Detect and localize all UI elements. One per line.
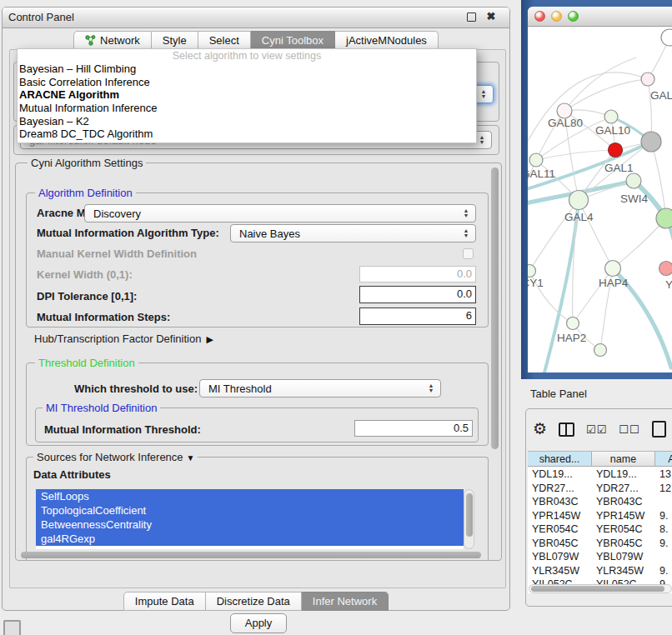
network-window-titlebar[interactable] xyxy=(528,7,672,27)
data-attribute-item-selfloops[interactable]: SelfLoops xyxy=(36,489,464,503)
node-bottom-green[interactable] xyxy=(594,344,607,357)
node-gal11[interactable] xyxy=(529,153,543,167)
node-gal4[interactable] xyxy=(569,191,589,210)
data-attribute-item-topologicalcoefficient[interactable]: TopologicalCoefficient xyxy=(36,503,464,518)
data-attribute-item-betweennesscentrality[interactable]: BetweennessCentrality xyxy=(36,518,464,532)
table-row[interactable]: YBR043CYBR043C xyxy=(528,495,672,509)
float-window-icon[interactable] xyxy=(464,10,478,23)
node-swi4[interactable] xyxy=(626,173,641,188)
table-row[interactable]: YBL079WYBL079W xyxy=(528,550,672,564)
table-cell[interactable]: YBR043C xyxy=(592,495,655,509)
network-canvas[interactable]: GALGAL80GAL10GAL1GAL11SWI4GAL4GCY1HAP4YH… xyxy=(528,26,672,372)
table-cell[interactable]: YDR27... xyxy=(528,482,592,496)
data-attribute-item-gal4rgexp[interactable]: gal4RGexp xyxy=(36,532,464,546)
table-cell[interactable]: 12 xyxy=(655,482,672,496)
split-columns-icon[interactable] xyxy=(559,422,574,437)
node-salmon-right[interactable] xyxy=(659,262,672,276)
column-header-a[interactable]: A xyxy=(655,452,672,467)
column-header-name[interactable]: name xyxy=(592,452,655,467)
sources-group-toggle[interactable]: Sources for Network Inference▼ xyxy=(33,451,198,464)
show-columns-icon[interactable]: ☑☑ xyxy=(586,423,607,436)
control-panel-titlebar[interactable]: Control Panel ✖ xyxy=(3,8,509,28)
kernel-width-field[interactable]: 0.0 xyxy=(359,266,476,282)
column-header-shared[interactable]: shared... xyxy=(528,452,592,467)
tab-cyni-toolbox[interactable]: Cyni Toolbox xyxy=(251,31,335,50)
node-gcy1[interactable] xyxy=(528,265,536,278)
table-cell[interactable]: YPR145W xyxy=(592,509,655,523)
algorithm-option-bayesian-hill-climbing[interactable]: Bayesian – Hill Climbing xyxy=(18,62,476,76)
algorithm-option-bayesian-k2[interactable]: Bayesian – K2 xyxy=(18,115,476,128)
aracne-mode-combo[interactable]: Discovery ▲▼ xyxy=(84,204,476,222)
table-cell[interactable]: YBL079W xyxy=(592,550,655,564)
tab-impute-data[interactable]: Impute Data xyxy=(123,592,206,611)
hub-definition-toggle[interactable]: Hub/Transcription Factor Definition▶ xyxy=(34,332,213,345)
network-edge[interactable] xyxy=(613,218,666,268)
network-edge-strong[interactable] xyxy=(544,200,579,372)
minimized-panel-icon[interactable] xyxy=(3,620,21,635)
table-cell[interactable]: YBR045C xyxy=(592,537,655,551)
table-cell[interactable]: YDL19... xyxy=(592,468,655,482)
table-cell[interactable]: YER054C xyxy=(528,522,592,537)
algorithm-option-basic-correlation-inference[interactable]: Basic Correlation Inference xyxy=(18,76,476,89)
table-cell[interactable]: 8. xyxy=(655,522,672,537)
table-row[interactable]: YBR045CYBR045C9. xyxy=(528,537,672,551)
algorithm-option-dream8-dc-tdc-algorithm[interactable]: Dream8 DC_TDC Algorithm xyxy=(18,128,476,141)
settings-vertical-scrollbar[interactable] xyxy=(489,166,500,551)
table-cell[interactable]: YDL19... xyxy=(528,468,592,482)
new-table-icon[interactable] xyxy=(652,421,666,438)
node-top-right[interactable] xyxy=(661,29,672,46)
gear-icon[interactable]: ⚙ xyxy=(533,421,547,438)
which-threshold-combo[interactable]: MI Threshold ▲▼ xyxy=(199,379,441,398)
table-horizontal-scrollbar[interactable] xyxy=(529,584,672,593)
close-button[interactable] xyxy=(534,11,545,22)
mi-type-combo[interactable]: Naive Bayes ▲▼ xyxy=(230,224,476,242)
tab-infer-network[interactable]: Infer Network xyxy=(302,592,389,611)
minimize-button[interactable] xyxy=(551,11,562,22)
table-cell[interactable]: YER054C xyxy=(592,522,655,537)
table-row[interactable]: YER054CYER054C8. xyxy=(528,522,672,537)
table-row[interactable]: YDL19...YDL19...13 xyxy=(528,468,672,482)
tab-jactivemnodules[interactable]: jActiveMNodules xyxy=(335,31,439,50)
table-cell[interactable]: YLR345W xyxy=(528,564,592,578)
node-red[interactable] xyxy=(609,143,623,158)
node-pink-top[interactable] xyxy=(641,72,654,86)
hide-columns-icon[interactable]: ☐☐ xyxy=(619,423,639,436)
table-row[interactable]: YLR345WYLR345W9. xyxy=(528,564,672,578)
tab-discretize-data[interactable]: Discretize Data xyxy=(206,592,302,611)
table-cell[interactable] xyxy=(655,495,672,509)
table-cell[interactable]: YPR145W xyxy=(528,509,592,523)
table-cell[interactable]: YDR27... xyxy=(592,482,655,496)
mi-threshold-field[interactable]: 0.5 xyxy=(354,420,473,437)
algorithm-option-aracne-algorithm[interactable]: ARACNE Algorithm xyxy=(18,88,476,102)
table-row[interactable]: YDR27...YDR27...12 xyxy=(528,482,672,496)
settings-horizontal-scrollbar[interactable] xyxy=(19,551,486,560)
zoom-button[interactable] xyxy=(568,11,579,22)
node-green-right[interactable] xyxy=(656,208,672,228)
node-gray[interactable] xyxy=(641,132,661,152)
table-cell[interactable]: 13 xyxy=(655,468,672,482)
table-cell[interactable]: YBR043C xyxy=(528,495,592,509)
algorithm-option-mutual-information-inference[interactable]: Mutual Information Inference xyxy=(18,102,476,115)
tab-style[interactable]: Style xyxy=(152,31,198,50)
manual-kernel-checkbox[interactable] xyxy=(463,248,474,259)
table-cell[interactable]: YBL079W xyxy=(528,550,592,564)
table-row[interactable]: YPR145WYPR145W9. xyxy=(528,509,672,523)
apply-button[interactable]: Apply xyxy=(230,613,287,633)
table-cell[interactable]: YLR345W xyxy=(592,564,655,578)
node-hap4[interactable] xyxy=(605,261,621,277)
mi-steps-field[interactable]: 6 xyxy=(359,308,476,325)
tab-select[interactable]: Select xyxy=(198,31,251,50)
attributes-list-scrollbar[interactable] xyxy=(464,489,474,549)
close-panel-icon[interactable]: ✖ xyxy=(484,10,498,23)
tab-network[interactable]: Network xyxy=(73,31,152,50)
table-cell[interactable] xyxy=(655,550,672,564)
table-cell[interactable]: 9. xyxy=(655,564,672,578)
network-edge[interactable] xyxy=(528,72,648,151)
table-cell[interactable]: 9. xyxy=(655,537,672,551)
dpi-tolerance-field[interactable]: 0.0 xyxy=(359,286,476,303)
table-cell[interactable]: 9. xyxy=(655,509,672,523)
node-hap2[interactable] xyxy=(567,318,579,330)
combo-spinner-icon: ▲▼ xyxy=(477,89,490,99)
node-gal10[interactable] xyxy=(604,110,618,123)
table-cell[interactable]: YBR045C xyxy=(528,537,592,551)
